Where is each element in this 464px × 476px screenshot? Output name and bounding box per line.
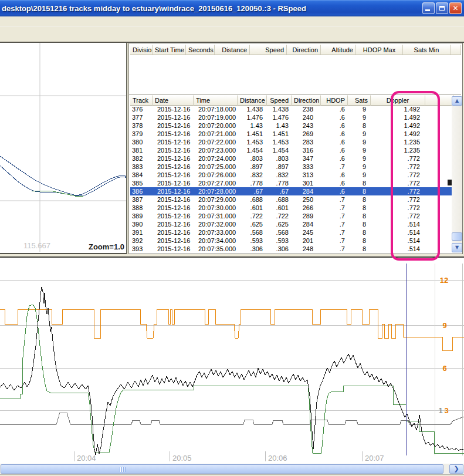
column-header-speed[interactable]: Speed xyxy=(250,45,287,55)
minimize-icon xyxy=(425,9,430,11)
table-row[interactable]: 3892015-12-1620:07:31.000.722.722289.78.… xyxy=(130,212,453,220)
title-bar[interactable]: desktop\20151216 tracks midday to estuar… xyxy=(0,0,464,16)
table-cell: 8 xyxy=(348,220,371,228)
table-cell: .7 xyxy=(321,228,348,237)
table-cell: .7 xyxy=(321,237,348,245)
column-header-start-time[interactable]: Start Time xyxy=(153,45,186,55)
track-map-canvas[interactable]: 115.667Zoom=1.0 xyxy=(0,43,126,252)
table-cell: 8 xyxy=(348,179,371,187)
table-cell: .832 xyxy=(238,171,267,179)
column-header-hdop[interactable]: HDOP xyxy=(321,95,348,106)
table-cell: 8 xyxy=(348,228,371,237)
table-cell: 347 xyxy=(292,154,321,163)
table-row[interactable]: 3832015-12-1620:07:25.000.897.897333.79.… xyxy=(130,163,453,171)
table-row[interactable]: 3762015-12-1620:07:18.0001.4381.438238.6… xyxy=(130,105,453,113)
vertical-scrollbar[interactable]: ▲ ▼ xyxy=(452,96,462,252)
table-row[interactable]: 3802015-12-1620:07:22.0001.4531.453283.6… xyxy=(130,138,453,146)
table-row-selected[interactable]: 3862015-12-1620:07:28.000.67.67284.68.77… xyxy=(130,187,453,195)
summary-table-header: DivisionStart TimeSecondsDistanceSpeedDi… xyxy=(130,45,461,55)
table-cell: 1.476 xyxy=(238,113,267,121)
column-header-distance[interactable]: Distance xyxy=(238,95,267,106)
column-header-time[interactable]: Time xyxy=(194,95,238,106)
column-header-doppler[interactable]: Doppler xyxy=(371,95,425,106)
restore-button[interactable] xyxy=(436,2,448,14)
horizontal-scrollbar[interactable]: ❯ xyxy=(0,464,464,474)
track-map-panel[interactable]: 115.667Zoom=1.0 xyxy=(0,43,127,254)
table-cell: 1.438 xyxy=(267,105,292,113)
table-cell: 8 xyxy=(348,245,371,253)
y-tick-label: 12 xyxy=(440,276,448,285)
table-cell: .897 xyxy=(238,163,267,171)
table-row[interactable]: 3912015-12-1620:07:33.000.568.568245.78.… xyxy=(130,228,453,237)
table-cell: 201 xyxy=(292,237,321,245)
scroll-down-button[interactable]: ▼ xyxy=(452,243,462,252)
timeline-chart-panel[interactable]: 20:0420:0520:0620:07129613 xyxy=(0,256,464,464)
table-row[interactable]: 3792015-12-1620:07:21.0001.4511.451269.6… xyxy=(130,130,453,138)
table-cell: .625 xyxy=(238,220,267,228)
table-cell: 2015-12-16 xyxy=(153,220,194,228)
column-header-sats[interactable]: Sats xyxy=(348,95,371,106)
table-cell: 2015-12-16 xyxy=(153,154,194,163)
table-cell: .772 xyxy=(371,195,425,204)
table-cell: 1.451 xyxy=(267,130,292,138)
table-row[interactable]: 3812015-12-1620:07:23.0001.4541.454316.6… xyxy=(130,146,453,154)
table-cell: 380 xyxy=(130,138,153,146)
data-panel: DivisionStart TimeSecondsDistanceSpeedDi… xyxy=(128,43,463,254)
vertical-scroll-thumb[interactable] xyxy=(452,232,462,241)
y-tick-label: 1 xyxy=(438,406,442,415)
table-cell: 20:07:19.000 xyxy=(194,113,238,121)
track-table-body: 3762015-12-1620:07:18.0001.4381.438238.6… xyxy=(130,105,453,253)
table-cell: 316 xyxy=(292,146,321,154)
table-cell: .514 xyxy=(371,245,425,253)
horizontal-scroll-thumb[interactable] xyxy=(1,464,443,474)
column-header-altitude[interactable]: Altitude xyxy=(321,45,356,55)
minimize-button[interactable] xyxy=(422,2,435,14)
table-cell: .772 xyxy=(371,179,425,187)
table-cell: .306 xyxy=(238,245,267,253)
column-header-seconds[interactable]: Seconds xyxy=(186,45,215,55)
column-header-division[interactable]: Division xyxy=(130,45,153,55)
column-header-direction[interactable]: Direction xyxy=(287,45,321,55)
table-row[interactable]: 3782015-12-1620:07:20.0001.431.43243.681… xyxy=(130,121,453,130)
table-cell: 2015-12-16 xyxy=(153,163,194,171)
column-header-filler xyxy=(425,95,454,106)
table-cell: 8 xyxy=(348,237,371,245)
table-row[interactable]: 3882015-12-1620:07:30.000.601.601266.78.… xyxy=(130,204,453,212)
table-cell: 9 xyxy=(348,146,371,154)
table-cell: .7 xyxy=(321,245,348,253)
column-header-track[interactable]: Track xyxy=(130,95,153,106)
toolbar-divider xyxy=(0,26,464,26)
column-header-sats-min[interactable]: Sats Min xyxy=(403,45,451,55)
close-button[interactable]: ✕ xyxy=(449,2,462,14)
table-row[interactable]: 3852015-12-1620:07:27.000.778.778301.68.… xyxy=(130,179,453,187)
timeline-chart-canvas[interactable]: 20:0420:0520:0620:07129613 xyxy=(0,258,464,463)
scroll-right-button[interactable]: ❯ xyxy=(449,464,463,474)
scroll-up-button[interactable]: ▲ xyxy=(452,96,462,106)
column-header-distance[interactable]: Distance xyxy=(215,45,250,55)
table-cell: 385 xyxy=(130,179,153,187)
bottom-divider xyxy=(0,474,464,475)
table-cell: .67 xyxy=(267,187,292,195)
table-cell: 2015-12-16 xyxy=(153,245,194,253)
restore-icon xyxy=(439,6,445,11)
table-row[interactable]: 3932015-12-1620:07:35.000.306.306248.78.… xyxy=(130,245,453,253)
table-row[interactable]: 3922015-12-1620:07:34.000.593.593201.78.… xyxy=(130,237,453,245)
table-row[interactable]: 3872015-12-1620:07:29.000.688.688250.78.… xyxy=(130,195,453,204)
table-row[interactable]: 3822015-12-1620:07:24.000.803.803347.69.… xyxy=(130,154,453,163)
column-header-direction[interactable]: Direction xyxy=(292,95,321,106)
table-cell: .688 xyxy=(267,195,292,204)
toolbar-area xyxy=(0,16,464,42)
table-cell: 2015-12-16 xyxy=(153,228,194,237)
column-header-date[interactable]: Date xyxy=(153,95,194,106)
table-cell: 386 xyxy=(130,187,153,195)
table-row[interactable]: 3842015-12-1620:07:26.000.832.832313.69.… xyxy=(130,171,453,179)
column-header-speed[interactable]: Speed xyxy=(267,95,292,106)
table-cell: 20:07:31.000 xyxy=(194,212,238,220)
table-cell: .67 xyxy=(238,187,267,195)
table-row[interactable]: 3902015-12-1620:07:32.000.625.625284.78.… xyxy=(130,220,453,228)
table-cell: 2015-12-16 xyxy=(153,146,194,154)
table-cell: 1.43 xyxy=(267,121,292,130)
table-cell: 248 xyxy=(292,245,321,253)
column-header-hdop-max[interactable]: HDOP Max xyxy=(356,45,403,55)
table-row[interactable]: 3772015-12-1620:07:19.0001.4761.476240.6… xyxy=(130,113,453,121)
